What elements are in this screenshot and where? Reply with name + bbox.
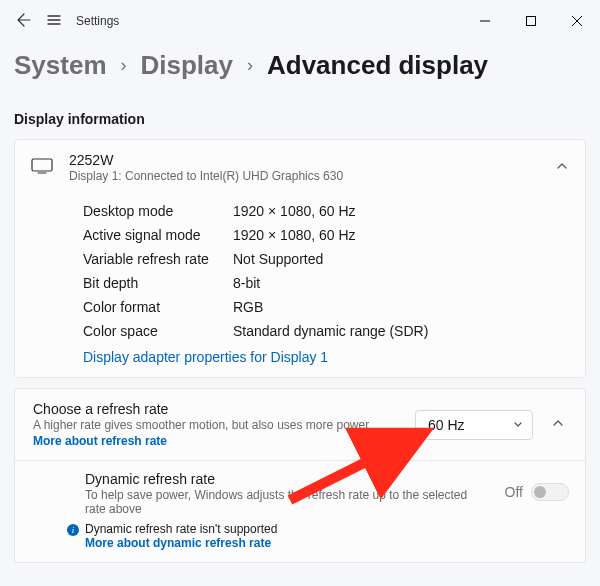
- refresh-rate-link[interactable]: More about refresh rate: [33, 434, 401, 448]
- window-controls: [462, 6, 600, 36]
- toggle-label: Off: [505, 484, 523, 500]
- chevron-right-icon: ›: [247, 55, 253, 76]
- spec-row: Color spaceStandard dynamic range (SDR): [83, 319, 569, 343]
- display-name: 2252W: [69, 152, 539, 168]
- spec-row: Bit depth8-bit: [83, 271, 569, 295]
- refresh-rate-value: 60 Hz: [428, 417, 465, 433]
- display-info-card: 2252W Display 1: Connected to Intel(R) U…: [14, 139, 586, 378]
- minimize-button[interactable]: [462, 6, 508, 36]
- chevron-down-icon: [512, 417, 524, 433]
- dynamic-toggle: [531, 483, 569, 501]
- hamburger-icon[interactable]: [46, 12, 62, 31]
- spec-key: Active signal mode: [83, 227, 233, 243]
- spec-row: Variable refresh rateNot Supported: [83, 247, 569, 271]
- dynamic-title: Dynamic refresh rate: [85, 471, 491, 487]
- chevron-right-icon: ›: [121, 55, 127, 76]
- display-card-header[interactable]: 2252W Display 1: Connected to Intel(R) U…: [15, 140, 585, 195]
- svg-rect-0: [527, 17, 536, 26]
- adapter-link[interactable]: Display adapter properties for Display 1: [83, 349, 569, 365]
- app-title: Settings: [76, 14, 119, 28]
- titlebar-left: Settings: [0, 12, 119, 31]
- dynamic-refresh-card: Dynamic refresh rate To help save power,…: [14, 461, 586, 563]
- spec-key: Color format: [83, 299, 233, 315]
- spec-value: RGB: [233, 299, 263, 315]
- breadcrumb: System › Display › Advanced display: [0, 36, 600, 87]
- spec-key: Bit depth: [83, 275, 233, 291]
- spec-key: Color space: [83, 323, 233, 339]
- spec-row: Color formatRGB: [83, 295, 569, 319]
- chevron-up-icon[interactable]: [547, 416, 569, 433]
- spec-value: Not Supported: [233, 251, 323, 267]
- display-subtitle: Display 1: Connected to Intel(R) UHD Gra…: [69, 169, 539, 183]
- monitor-icon: [31, 158, 53, 177]
- close-button[interactable]: [554, 6, 600, 36]
- titlebar: Settings: [0, 0, 600, 36]
- breadcrumb-system[interactable]: System: [14, 50, 107, 81]
- maximize-button[interactable]: [508, 6, 554, 36]
- display-specs: Desktop mode1920 × 1080, 60 HzActive sig…: [15, 195, 585, 377]
- spec-value: Standard dynamic range (SDR): [233, 323, 428, 339]
- spec-row: Desktop mode1920 × 1080, 60 Hz: [83, 199, 569, 223]
- spec-value: 1920 × 1080, 60 Hz: [233, 203, 356, 219]
- refresh-rate-desc: A higher rate gives smoother motion, but…: [33, 418, 401, 432]
- spec-value: 1920 × 1080, 60 Hz: [233, 227, 356, 243]
- section-title: Display information: [0, 87, 600, 139]
- refresh-rate-title: Choose a refresh rate: [33, 401, 401, 417]
- refresh-rate-card: Choose a refresh rate A higher rate give…: [14, 388, 586, 461]
- spec-row: Active signal mode1920 × 1080, 60 Hz: [83, 223, 569, 247]
- dynamic-note: i Dynamic refresh rate isn't supported M…: [67, 522, 491, 550]
- dynamic-note-text: Dynamic refresh rate isn't supported: [85, 522, 277, 536]
- dynamic-more-link[interactable]: More about dynamic refresh rate: [85, 536, 277, 550]
- refresh-rate-select[interactable]: 60 Hz: [415, 410, 533, 440]
- info-icon: i: [67, 524, 79, 536]
- dynamic-desc: To help save power, Windows adjusts the …: [85, 488, 491, 516]
- spec-value: 8-bit: [233, 275, 260, 291]
- breadcrumb-display[interactable]: Display: [141, 50, 234, 81]
- spec-key: Variable refresh rate: [83, 251, 233, 267]
- page-title: Advanced display: [267, 50, 488, 81]
- svg-rect-1: [32, 159, 52, 171]
- chevron-up-icon: [555, 159, 569, 176]
- spec-key: Desktop mode: [83, 203, 233, 219]
- back-icon[interactable]: [16, 12, 32, 31]
